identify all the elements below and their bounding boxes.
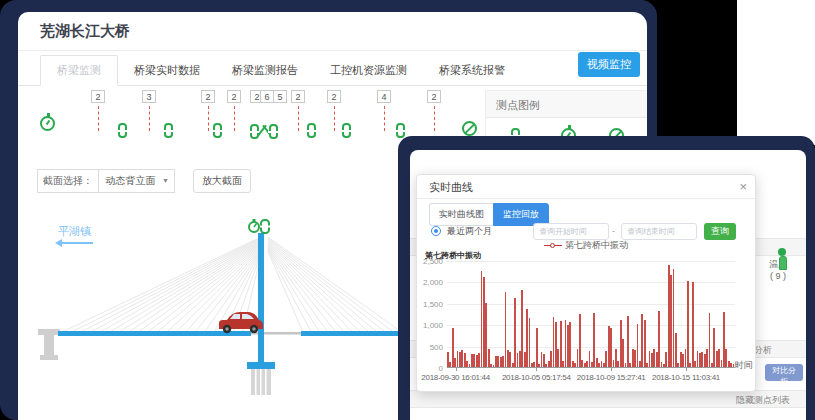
left-abutment	[38, 329, 60, 360]
query-button[interactable]: 查询	[704, 223, 736, 240]
sensor-count-badge: 2	[327, 90, 341, 103]
video-monitor-button[interactable]: 视频监控	[578, 52, 640, 77]
tab-2[interactable]: 桥梁监测报告	[216, 56, 314, 85]
cable-line	[268, 237, 403, 333]
cable-line	[268, 243, 362, 333]
temperature-legend-item[interactable]: 温度 ( 9 )	[762, 256, 794, 281]
chart-bar	[529, 318, 531, 367]
bridge-deck-left	[58, 331, 251, 336]
multi-sensor-icon[interactable]	[250, 123, 278, 139]
x-tick	[536, 368, 537, 371]
section-controls: 截面选择： 动态背立面 ▼ 放大截面	[37, 169, 251, 193]
sensor-count-badge: 2	[227, 90, 241, 103]
dialog-title: 实时曲线	[429, 175, 473, 199]
sensor-marker[interactable]: 2	[90, 90, 106, 131]
chevron-down-icon: ▼	[162, 170, 169, 192]
legend-text: 第七跨桥中振动	[565, 240, 628, 250]
sensor-marker[interactable]: 2	[226, 90, 242, 131]
chart-bar	[536, 328, 538, 367]
link-icon	[307, 123, 316, 138]
section-select-label: 截面选择：	[37, 169, 99, 193]
cable-line	[268, 249, 320, 333]
range-separator: -	[612, 223, 615, 240]
radio-label: 最近两个月	[447, 223, 492, 240]
bridge-deck-right	[301, 331, 406, 336]
realtime-curve-dialog: 实时曲线 × 实时曲线图监控回放 最近两个月 - 查询 第七跨桥中振动 第七跨桥…	[416, 174, 756, 392]
chart-bar	[658, 311, 660, 367]
sensor-count-badge: 2	[91, 90, 105, 103]
sensor-marker[interactable]: 3	[141, 90, 157, 131]
chart-bar	[709, 313, 711, 367]
x-tick	[611, 368, 612, 371]
zoom-section-button[interactable]: 放大截面	[193, 169, 251, 193]
link-icon[interactable]	[307, 123, 316, 142]
y-tick-label: 1,000	[417, 321, 443, 330]
point-list-label: 隐藏测点列表	[736, 391, 792, 409]
sensor-count-badge: 2	[201, 90, 215, 103]
cable-line	[268, 241, 378, 333]
cable-line	[268, 245, 345, 333]
sensor-marker[interactable]: 2	[326, 90, 342, 131]
link-icon	[396, 123, 405, 138]
link-icon[interactable]	[213, 123, 222, 142]
chart-bar	[644, 320, 646, 367]
chart-bar	[569, 322, 571, 367]
cable-line	[268, 250, 312, 333]
compare-analysis-button[interactable]: 对比分析	[765, 364, 803, 381]
tab-0[interactable]: 桥梁监测	[40, 55, 118, 86]
close-icon[interactable]: ×	[739, 175, 747, 199]
link-icon	[164, 123, 173, 138]
link-icon	[118, 123, 127, 138]
tab-4[interactable]: 桥梁系统报警	[423, 56, 521, 85]
sensor-count-badge: 2	[427, 90, 441, 103]
gauge-icon	[40, 116, 55, 131]
tab-3[interactable]: 工控机资源监测	[314, 56, 423, 85]
background-window-fragment	[737, 0, 815, 145]
y-tick-label: 1,500	[417, 300, 443, 309]
query-end-time-input[interactable]	[621, 223, 697, 240]
sensor-dash-line	[334, 106, 335, 131]
sensor-count-badge: 5	[273, 90, 287, 103]
x-tick	[456, 368, 457, 371]
cable-line	[268, 251, 303, 333]
cable-line	[268, 239, 386, 333]
ban-icon	[462, 121, 477, 136]
chart-bar	[675, 333, 677, 367]
pier-columns	[251, 369, 271, 395]
sensor-marker[interactable]: 4	[376, 90, 392, 131]
divider	[18, 50, 647, 51]
link-icon[interactable]	[164, 123, 173, 142]
section-select-value: 动态背立面	[106, 175, 156, 186]
temperature-label: 温度	[762, 258, 794, 271]
query-start-time-input[interactable]	[533, 223, 609, 240]
sensor-dash-line	[298, 106, 299, 131]
sensor-marker[interactable]: 5	[272, 90, 288, 103]
tower-top-sensor-icons	[249, 219, 270, 233]
tab-1[interactable]: 桥梁实时数据	[118, 56, 216, 85]
sensor-marker[interactable]: 2	[290, 90, 306, 131]
link-icon	[269, 124, 278, 139]
vibration-chart: 2018-09-30 16:01:442018-10-05 05:17:5420…	[447, 261, 735, 368]
sensor-marker[interactable]: 2	[426, 90, 442, 131]
y-tick-label: 2,500	[417, 257, 443, 266]
radio-last-two-months[interactable]	[431, 226, 441, 236]
bridge-tower	[258, 233, 264, 362]
y-tick-label: 500	[417, 343, 443, 352]
sensor-dash-line	[98, 106, 99, 131]
x-axis-name: 时间	[735, 359, 753, 372]
chart-bar	[579, 314, 581, 367]
main-tab-bar: 桥梁监测桥梁实时数据桥梁监测报告工控机资源监测桥梁系统报警	[18, 56, 647, 86]
page-title: 芜湖长江大桥	[40, 22, 130, 41]
link-icon[interactable]	[118, 123, 127, 142]
gauge-icon[interactable]	[40, 116, 55, 135]
x-tick-label: 2018-10-05 05:17:54	[502, 373, 571, 382]
link-icon	[213, 123, 222, 138]
x-tick	[686, 368, 687, 371]
sensor-dash-line	[234, 106, 235, 131]
link-icon[interactable]	[342, 123, 351, 142]
car-illustration	[219, 312, 263, 333]
sensor-count-badge: 2	[291, 90, 305, 103]
section-select-dropdown[interactable]: 动态背立面 ▼	[99, 169, 175, 193]
point-list-section-header: 隐藏测点列表	[410, 390, 806, 408]
x-tick-label: 2018-09-30 16:01:44	[421, 373, 490, 382]
